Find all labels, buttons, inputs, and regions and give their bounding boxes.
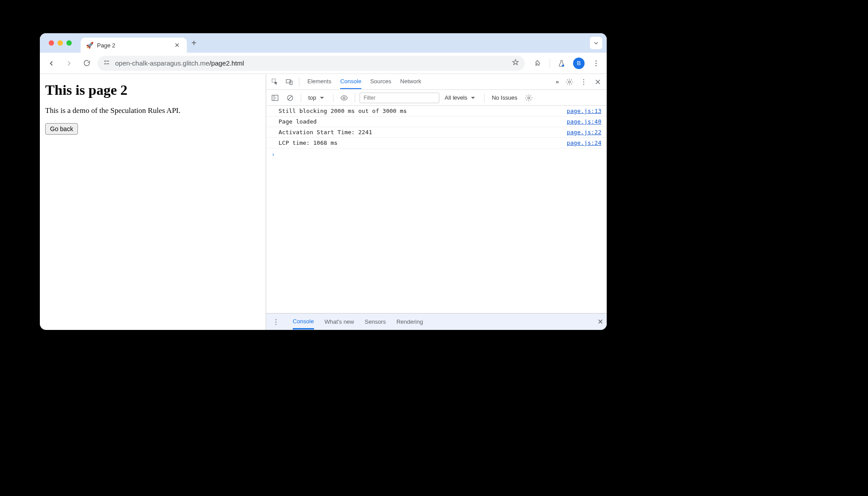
svg-rect-15 [272, 95, 278, 101]
inspect-icon [271, 78, 279, 86]
kebab-icon [272, 318, 280, 326]
bookmark-button[interactable] [512, 58, 519, 68]
tab-title: Page 2 [97, 42, 169, 49]
reload-button[interactable] [80, 56, 94, 70]
devtools-menu-button[interactable] [577, 76, 590, 88]
devtools-more-tabs-button[interactable]: » [553, 78, 562, 85]
kebab-icon [580, 78, 588, 86]
svg-point-2 [105, 63, 106, 65]
maximize-window-button[interactable] [66, 40, 72, 46]
gear-icon [566, 78, 574, 86]
drawer-tab-sensors[interactable]: Sensors [365, 315, 386, 329]
devtools-drawer: Console What's new Sensors Rendering ✕ [266, 313, 607, 330]
extensions-button[interactable] [532, 57, 544, 70]
tab-favicon: 🚀 [86, 42, 93, 49]
tab-strip: 🚀 Page 2 ✕ + [40, 33, 607, 53]
clear-console-button[interactable] [284, 92, 296, 104]
console-source-link[interactable]: page.js:40 [567, 118, 601, 125]
tabs-menu-button[interactable] [590, 37, 602, 49]
separator [301, 93, 301, 102]
drawer-tab-console[interactable]: Console [293, 314, 314, 329]
minimize-window-button[interactable] [58, 40, 63, 46]
console-sidebar-toggle[interactable] [269, 92, 281, 104]
drawer-tab-whatsnew[interactable]: What's new [325, 315, 354, 329]
separator [299, 78, 299, 86]
svg-point-14 [583, 84, 584, 85]
close-icon [594, 78, 602, 86]
console-message: Activation Start Time: 2241 [279, 129, 567, 136]
svg-point-23 [275, 324, 276, 325]
svg-point-6 [596, 62, 597, 64]
svg-rect-1 [106, 61, 109, 62]
labs-button[interactable] [555, 57, 568, 70]
browser-tab[interactable]: 🚀 Page 2 ✕ [81, 38, 187, 53]
console-prompt[interactable]: › [266, 148, 607, 160]
console-source-link[interactable]: page.js:24 [567, 140, 601, 146]
svg-point-5 [596, 60, 597, 62]
separator [333, 93, 333, 102]
svg-point-22 [275, 321, 276, 322]
content-area: This is page 2 This is a demo of the Spe… [40, 74, 607, 330]
address-bar[interactable]: open-chalk-asparagus.glitch.me/page2.htm… [97, 56, 525, 71]
console-log-row: Still blocking 2000 ms out of 3000 ms pa… [266, 106, 607, 116]
devices-icon [285, 78, 293, 86]
go-back-button[interactable]: Go back [45, 123, 78, 135]
page-content: This is page 2 This is a demo of the Spe… [40, 74, 266, 330]
devtools-tab-elements[interactable]: Elements [307, 74, 331, 89]
kebab-icon [592, 59, 600, 67]
devtools-tab-sources[interactable]: Sources [370, 74, 391, 89]
console-message: Still blocking 2000 ms out of 3000 ms [279, 108, 567, 114]
close-window-button[interactable] [49, 40, 54, 46]
console-log-row: Activation Start Time: 2241 page.js:22 [266, 127, 607, 138]
separator [550, 59, 550, 68]
svg-point-19 [343, 97, 345, 99]
puzzle-icon [534, 59, 542, 67]
arrow-right-icon [65, 59, 73, 67]
svg-point-13 [583, 81, 584, 82]
site-info-icon[interactable] [103, 58, 111, 68]
drawer-close-button[interactable]: ✕ [597, 318, 603, 326]
url-path: /page2.html [209, 59, 244, 67]
console-source-link[interactable]: page.js:22 [567, 129, 601, 136]
console-output: Still blocking 2000 ms out of 3000 ms pa… [266, 106, 607, 313]
live-expression-button[interactable] [338, 92, 350, 104]
clear-icon [286, 94, 294, 102]
forward-button[interactable] [62, 56, 76, 70]
drawer-menu-button[interactable] [270, 316, 282, 328]
console-log-row: Page loaded page.js:40 [266, 116, 607, 127]
console-message: LCP time: 1068 ms [279, 140, 567, 146]
console-context-selector[interactable]: top [306, 94, 329, 102]
svg-point-20 [528, 97, 530, 99]
devtools-tab-network[interactable]: Network [400, 74, 422, 89]
devtools-settings-button[interactable] [563, 76, 576, 88]
console-filterbar: top All levels No Issues [266, 90, 607, 106]
back-button[interactable] [44, 56, 58, 70]
url-host: open-chalk-asparagus.glitch.me [115, 59, 209, 67]
window-controls [43, 33, 77, 53]
inspect-element-button[interactable] [269, 76, 281, 88]
log-levels-selector[interactable]: All levels [442, 94, 480, 102]
devtools-close-button[interactable] [592, 76, 604, 88]
devtools-tab-console[interactable]: Console [340, 74, 361, 89]
tab-close-button[interactable]: ✕ [173, 41, 182, 50]
levels-label: All levels [445, 94, 467, 101]
page-description: This is a demo of the Speculation Rules … [45, 106, 260, 115]
chevron-down-icon [592, 39, 600, 47]
new-tab-button[interactable]: + [187, 36, 201, 50]
svg-point-7 [596, 65, 597, 66]
page-heading: This is page 2 [45, 82, 260, 98]
issues-indicator[interactable]: No Issues [489, 94, 520, 101]
separator [484, 93, 484, 102]
svg-line-18 [288, 96, 292, 100]
svg-point-21 [275, 319, 276, 320]
browser-menu-button[interactable] [590, 57, 602, 70]
sidebar-icon [271, 94, 279, 102]
browser-toolbar: open-chalk-asparagus.glitch.me/page2.htm… [40, 53, 607, 74]
drawer-tab-rendering[interactable]: Rendering [396, 315, 423, 329]
reload-icon [83, 59, 91, 67]
profile-avatar[interactable]: B [573, 58, 585, 69]
console-settings-button[interactable] [523, 92, 535, 104]
console-filter-input[interactable] [360, 93, 439, 103]
console-source-link[interactable]: page.js:13 [567, 108, 601, 114]
device-toggle-button[interactable] [283, 76, 295, 88]
